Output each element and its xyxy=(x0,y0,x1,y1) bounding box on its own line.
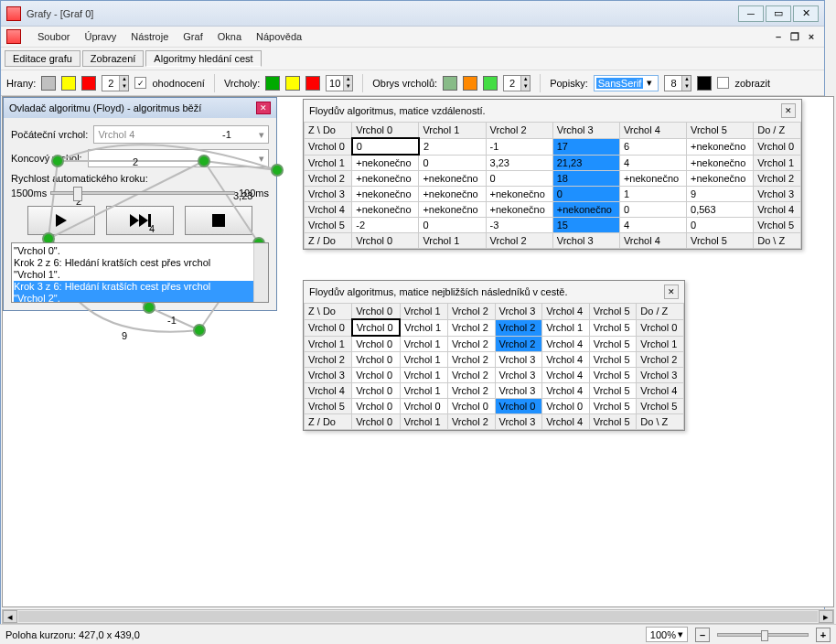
grid-cell[interactable]: +nekonečno xyxy=(687,155,754,171)
scroll-thumb[interactable] xyxy=(18,611,818,622)
grid-footer[interactable]: Vrchol 0 xyxy=(352,233,419,249)
vertex-size-spin[interactable]: ▲▼ xyxy=(326,75,353,91)
zoom-in-button[interactable]: + xyxy=(816,628,831,642)
grid-cell[interactable]: Vrchol 3 xyxy=(754,187,801,202)
mdi-restore[interactable]: ❐ xyxy=(788,30,802,43)
vertex-size-input[interactable] xyxy=(327,76,343,91)
label-color[interactable] xyxy=(697,76,712,91)
grid-footer[interactable]: Do \ Z xyxy=(754,233,801,249)
grid-cell[interactable]: Vrchol 5 xyxy=(589,352,637,368)
grid-cell[interactable]: Vrchol 3 xyxy=(305,368,352,383)
distance-panel-close[interactable]: ✕ xyxy=(781,103,796,118)
grid-footer[interactable]: Vrchol 4 xyxy=(542,414,590,430)
grid-header[interactable]: Vrchol 0 xyxy=(352,304,401,320)
grid-cell[interactable]: Vrchol 0 xyxy=(352,319,401,336)
grid-cell[interactable]: Vrchol 3 xyxy=(305,187,352,202)
grid-cell[interactable]: Vrchol 0 xyxy=(352,399,401,414)
grid-cell[interactable]: +nekonečno xyxy=(419,171,486,187)
outline-color-3[interactable] xyxy=(483,76,498,91)
log-line[interactable]: Krok 2 z 6: Hledání kratších cest přes v… xyxy=(14,257,266,269)
table-row[interactable]: Vrchol 4+nekonečno+nekonečno+nekonečno+n… xyxy=(305,202,801,218)
grid-cell[interactable]: Vrchol 0 xyxy=(447,399,495,414)
grid-cell[interactable]: Vrchol 4 xyxy=(305,383,352,399)
grid-footer[interactable]: Vrchol 3 xyxy=(495,414,542,430)
table-row[interactable]: Vrchol 5-20-31540Vrchol 5 xyxy=(305,218,801,233)
grid-cell[interactable]: 6 xyxy=(619,138,686,155)
grid-cell[interactable]: +nekonečno xyxy=(486,202,552,218)
grid-cell[interactable]: 17 xyxy=(552,138,619,155)
grid-footer[interactable]: Vrchol 1 xyxy=(419,233,486,249)
grid-footer[interactable]: Vrchol 2 xyxy=(447,414,495,430)
grid-cell[interactable]: Vrchol 1 xyxy=(305,155,352,171)
grid-cell[interactable]: Vrchol 0 xyxy=(542,399,590,414)
zoom-thumb[interactable] xyxy=(761,630,768,641)
outline-width-spin[interactable]: ▲▼ xyxy=(503,75,531,91)
zoom-out-button[interactable]: – xyxy=(695,628,710,642)
table-row[interactable]: Vrchol 1+nekonečno03,2321,234+nekonečnoV… xyxy=(305,155,801,171)
grid-cell[interactable]: -3 xyxy=(486,218,552,233)
grid-footer[interactable]: Z / Do xyxy=(305,414,352,430)
grid-cell[interactable]: -1 xyxy=(486,138,552,155)
distance-grid[interactable]: Z \ DoVrchol 0Vrchol 1Vrchol 2Vrchol 3Vr… xyxy=(304,122,801,249)
grid-footer[interactable]: Do \ Z xyxy=(637,414,684,430)
grid-cell[interactable]: Vrchol 3 xyxy=(495,368,542,383)
menu-upravy[interactable]: Úpravy xyxy=(84,31,116,42)
grid-header[interactable]: Vrchol 2 xyxy=(486,123,552,139)
grid-cell[interactable]: 0 xyxy=(619,202,686,218)
grid-cell[interactable]: 0,563 xyxy=(687,202,754,218)
edge-color-3[interactable] xyxy=(81,76,96,91)
log-box[interactable]: "Vrchol 0".Krok 2 z 6: Hledání kratších … xyxy=(11,242,269,303)
slider-thumb[interactable] xyxy=(73,187,82,201)
grid-cell[interactable]: Vrchol 2 xyxy=(447,383,495,399)
grid-cell[interactable]: +nekonečno xyxy=(419,187,486,202)
grid-header[interactable]: Vrchol 0 xyxy=(352,123,419,139)
grid-cell[interactable]: Vrchol 5 xyxy=(305,218,352,233)
grid-cell[interactable]: Vrchol 4 xyxy=(542,352,590,368)
tab-algoritmy[interactable]: Algoritmy hledání cest xyxy=(145,50,261,67)
font-size-spin[interactable]: ▲▼ xyxy=(664,75,691,91)
vertex-color-3[interactable] xyxy=(305,76,320,91)
menu-soubor[interactable]: Soubor xyxy=(38,31,70,42)
horizontal-scrollbar[interactable]: ◂ ▸ xyxy=(2,609,834,624)
grid-cell[interactable]: Vrchol 2 xyxy=(754,171,801,187)
grid-cell[interactable]: 0 xyxy=(419,155,486,171)
grid-cell[interactable]: 1 xyxy=(619,187,686,202)
grid-cell[interactable]: +nekonečno xyxy=(486,187,552,202)
mdi-minimize[interactable]: – xyxy=(771,30,786,43)
grid-cell[interactable]: Vrchol 5 xyxy=(754,218,801,233)
grid-cell[interactable]: Vrchol 2 xyxy=(495,336,542,352)
grid-cell[interactable]: Vrchol 2 xyxy=(305,171,352,187)
graph-canvas[interactable]: -1 2 2 3,23 4 0,563 18 -1 9 Floydův algo… xyxy=(2,96,834,607)
grid-cell[interactable]: +nekonečno xyxy=(419,202,486,218)
table-row[interactable]: Vrchol 3Vrchol 0Vrchol 1Vrchol 2Vrchol 3… xyxy=(305,368,684,383)
grid-header[interactable]: Vrchol 4 xyxy=(542,304,590,320)
grid-cell[interactable]: Vrchol 5 xyxy=(589,319,637,336)
table-row[interactable]: Vrchol 4Vrchol 0Vrchol 1Vrchol 2Vrchol 3… xyxy=(305,383,684,399)
grid-cell[interactable]: Vrchol 1 xyxy=(400,336,447,352)
grid-cell[interactable]: +nekonečno xyxy=(687,138,754,155)
successor-grid[interactable]: Z \ DoVrchol 0Vrchol 1Vrchol 2Vrchol 3Vr… xyxy=(304,303,684,430)
menu-graf[interactable]: Graf xyxy=(183,31,202,42)
grid-cell[interactable]: Vrchol 2 xyxy=(305,352,352,368)
table-row[interactable]: Vrchol 002-1176+nekonečnoVrchol 0 xyxy=(305,138,801,155)
grid-cell[interactable]: +nekonečno xyxy=(552,202,619,218)
menu-napoveda[interactable]: Nápověda xyxy=(256,31,302,42)
successor-panel-close[interactable]: ✕ xyxy=(664,284,679,299)
tab-editace[interactable]: Editace grafu xyxy=(5,50,80,67)
grid-cell[interactable]: Vrchol 2 xyxy=(495,319,542,336)
grid-cell[interactable]: Vrchol 4 xyxy=(542,383,590,399)
grid-cell[interactable]: Vrchol 1 xyxy=(400,383,447,399)
table-row[interactable]: Vrchol 1Vrchol 0Vrchol 1Vrchol 2Vrchol 2… xyxy=(305,336,684,352)
grid-cell[interactable]: Vrchol 0 xyxy=(352,368,401,383)
grid-header[interactable]: Vrchol 2 xyxy=(447,304,495,320)
grid-cell[interactable]: Vrchol 5 xyxy=(589,383,637,399)
grid-cell[interactable]: Vrchol 0 xyxy=(352,383,401,399)
grid-cell[interactable]: Vrchol 2 xyxy=(447,368,495,383)
grid-footer[interactable]: Vrchol 0 xyxy=(352,414,401,430)
edge-color-1[interactable] xyxy=(41,76,56,91)
vertex-color-2[interactable] xyxy=(285,76,300,91)
edge-width-input[interactable] xyxy=(102,76,119,91)
grid-header[interactable]: Vrchol 5 xyxy=(687,123,754,139)
grid-header[interactable]: Vrchol 4 xyxy=(619,123,686,139)
grid-cell[interactable]: Vrchol 0 xyxy=(352,336,401,352)
